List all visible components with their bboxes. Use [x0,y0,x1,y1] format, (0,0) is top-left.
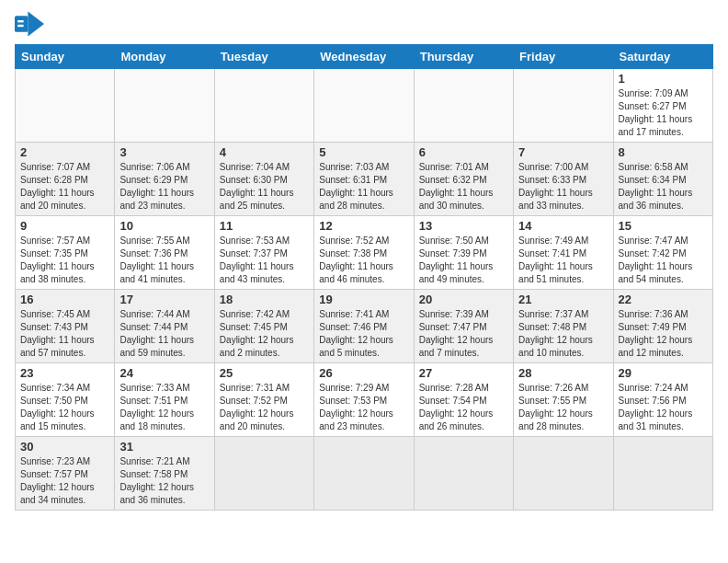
day-info: Sunrise: 7:41 AM Sunset: 7:46 PM Dayligh… [319,308,408,360]
day-info: Sunrise: 7:33 AM Sunset: 7:51 PM Dayligh… [119,382,209,433]
day-info: Sunrise: 7:04 AM Sunset: 6:30 PM Dayligh… [220,161,309,213]
day-info: Sunrise: 7:06 AM Sunset: 6:29 PM Dayligh… [119,161,209,213]
svg-rect-0 [15,16,28,32]
day-number: 28 [518,366,608,380]
calendar-cell: 6Sunrise: 7:01 AM Sunset: 6:32 PM Daylig… [414,143,513,216]
day-number: 6 [419,145,508,159]
calendar-cell [214,437,313,511]
calendar-cell: 27Sunrise: 7:28 AM Sunset: 7:54 PM Dayli… [414,363,513,437]
calendar-cell [514,69,613,143]
day-info: Sunrise: 7:29 AM Sunset: 7:53 PM Dayligh… [319,382,408,433]
day-number: 15 [619,219,708,233]
calendar-week-row: 1Sunrise: 7:09 AM Sunset: 6:27 PM Daylig… [16,69,713,143]
logo [15,11,48,37]
day-info: Sunrise: 7:21 AM Sunset: 7:58 PM Dayligh… [119,455,209,507]
calendar-week-row: 30Sunrise: 7:23 AM Sunset: 7:57 PM Dayli… [16,437,713,511]
day-info: Sunrise: 7:55 AM Sunset: 7:36 PM Dayligh… [119,235,209,286]
calendar-cell: 29Sunrise: 7:24 AM Sunset: 7:56 PM Dayli… [613,363,712,437]
calendar-cell: 7Sunrise: 7:00 AM Sunset: 6:33 PM Daylig… [514,143,613,216]
calendar-header-thursday: Thursday [414,45,513,69]
calendar-cell: 20Sunrise: 7:39 AM Sunset: 7:47 PM Dayli… [414,290,513,363]
day-info: Sunrise: 7:31 AM Sunset: 7:52 PM Dayligh… [220,382,309,433]
calendar-cell [414,437,513,511]
calendar-cell: 18Sunrise: 7:42 AM Sunset: 7:45 PM Dayli… [214,290,313,363]
calendar-header-wednesday: Wednesday [314,45,414,69]
calendar-cell: 21Sunrise: 7:37 AM Sunset: 7:48 PM Dayli… [514,290,613,363]
calendar-header-row: SundayMondayTuesdayWednesdayThursdayFrid… [16,45,713,69]
day-number: 31 [119,440,209,454]
svg-rect-2 [17,20,23,22]
svg-marker-1 [28,11,44,36]
header [15,11,713,37]
calendar-cell: 12Sunrise: 7:52 AM Sunset: 7:38 PM Dayli… [314,216,414,290]
day-info: Sunrise: 7:28 AM Sunset: 7:54 PM Dayligh… [419,382,508,433]
day-number: 12 [319,219,408,233]
calendar-cell: 28Sunrise: 7:26 AM Sunset: 7:55 PM Dayli… [514,363,613,437]
calendar-cell: 30Sunrise: 7:23 AM Sunset: 7:57 PM Dayli… [16,437,115,511]
day-number: 1 [619,72,708,86]
day-number: 14 [518,219,608,233]
day-number: 5 [319,145,408,159]
day-number: 16 [20,293,109,306]
day-number: 7 [518,145,608,159]
day-number: 2 [20,145,109,159]
calendar-cell [115,69,214,143]
day-info: Sunrise: 7:23 AM Sunset: 7:57 PM Dayligh… [20,455,109,507]
calendar-header-friday: Friday [514,45,613,69]
calendar-cell: 5Sunrise: 7:03 AM Sunset: 6:31 PM Daylig… [314,143,414,216]
calendar-cell: 22Sunrise: 7:36 AM Sunset: 7:49 PM Dayli… [613,290,712,363]
svg-rect-3 [17,25,23,27]
day-number: 11 [220,219,309,233]
calendar-cell: 14Sunrise: 7:49 AM Sunset: 7:41 PM Dayli… [514,216,613,290]
calendar-cell: 10Sunrise: 7:55 AM Sunset: 7:36 PM Dayli… [115,216,214,290]
calendar-cell: 11Sunrise: 7:53 AM Sunset: 7:37 PM Dayli… [214,216,313,290]
day-info: Sunrise: 7:01 AM Sunset: 6:32 PM Dayligh… [419,161,508,213]
day-number: 29 [619,366,708,380]
day-info: Sunrise: 7:03 AM Sunset: 6:31 PM Dayligh… [319,161,408,213]
calendar-table: SundayMondayTuesdayWednesdayThursdayFrid… [15,44,713,511]
calendar-cell: 8Sunrise: 6:58 AM Sunset: 6:34 PM Daylig… [613,143,712,216]
generalblue-logo-icon [15,11,44,37]
calendar-cell [314,437,414,511]
day-number: 21 [518,293,608,306]
calendar-cell: 15Sunrise: 7:47 AM Sunset: 7:42 PM Dayli… [613,216,712,290]
day-number: 27 [419,366,508,380]
calendar-cell: 2Sunrise: 7:07 AM Sunset: 6:28 PM Daylig… [16,143,115,216]
day-info: Sunrise: 7:34 AM Sunset: 7:50 PM Dayligh… [20,382,109,433]
day-number: 17 [119,293,209,306]
calendar-cell: 25Sunrise: 7:31 AM Sunset: 7:52 PM Dayli… [214,363,313,437]
day-number: 3 [119,145,209,159]
day-info: Sunrise: 7:07 AM Sunset: 6:28 PM Dayligh… [20,161,109,213]
calendar-cell: 19Sunrise: 7:41 AM Sunset: 7:46 PM Dayli… [314,290,414,363]
day-number: 8 [619,145,708,159]
day-number: 13 [419,219,508,233]
calendar-week-row: 2Sunrise: 7:07 AM Sunset: 6:28 PM Daylig… [16,143,713,216]
day-number: 30 [20,440,109,454]
calendar-cell: 17Sunrise: 7:44 AM Sunset: 7:44 PM Dayli… [115,290,214,363]
day-info: Sunrise: 7:36 AM Sunset: 7:49 PM Dayligh… [619,308,708,360]
day-info: Sunrise: 7:50 AM Sunset: 7:39 PM Dayligh… [419,235,508,286]
day-info: Sunrise: 7:09 AM Sunset: 6:27 PM Dayligh… [619,87,708,139]
calendar-cell: 31Sunrise: 7:21 AM Sunset: 7:58 PM Dayli… [115,437,214,511]
day-number: 20 [419,293,508,306]
calendar-header-sunday: Sunday [16,45,115,69]
calendar-cell: 1Sunrise: 7:09 AM Sunset: 6:27 PM Daylig… [613,69,712,143]
day-info: Sunrise: 7:24 AM Sunset: 7:56 PM Dayligh… [619,382,708,433]
day-info: Sunrise: 7:57 AM Sunset: 7:35 PM Dayligh… [20,235,109,286]
calendar-week-row: 16Sunrise: 7:45 AM Sunset: 7:43 PM Dayli… [16,290,713,363]
calendar-cell: 16Sunrise: 7:45 AM Sunset: 7:43 PM Dayli… [16,290,115,363]
calendar-cell: 26Sunrise: 7:29 AM Sunset: 7:53 PM Dayli… [314,363,414,437]
calendar-cell: 24Sunrise: 7:33 AM Sunset: 7:51 PM Dayli… [115,363,214,437]
day-info: Sunrise: 7:37 AM Sunset: 7:48 PM Dayligh… [518,308,608,360]
calendar-header-tuesday: Tuesday [214,45,313,69]
day-info: Sunrise: 7:49 AM Sunset: 7:41 PM Dayligh… [518,235,608,286]
day-number: 25 [220,366,309,380]
day-number: 19 [319,293,408,306]
calendar-week-row: 23Sunrise: 7:34 AM Sunset: 7:50 PM Dayli… [16,363,713,437]
day-number: 22 [619,293,708,306]
calendar-cell [16,69,115,143]
day-number: 4 [220,145,309,159]
day-info: Sunrise: 7:42 AM Sunset: 7:45 PM Dayligh… [220,308,309,360]
calendar-cell: 23Sunrise: 7:34 AM Sunset: 7:50 PM Dayli… [16,363,115,437]
calendar-header-monday: Monday [115,45,214,69]
